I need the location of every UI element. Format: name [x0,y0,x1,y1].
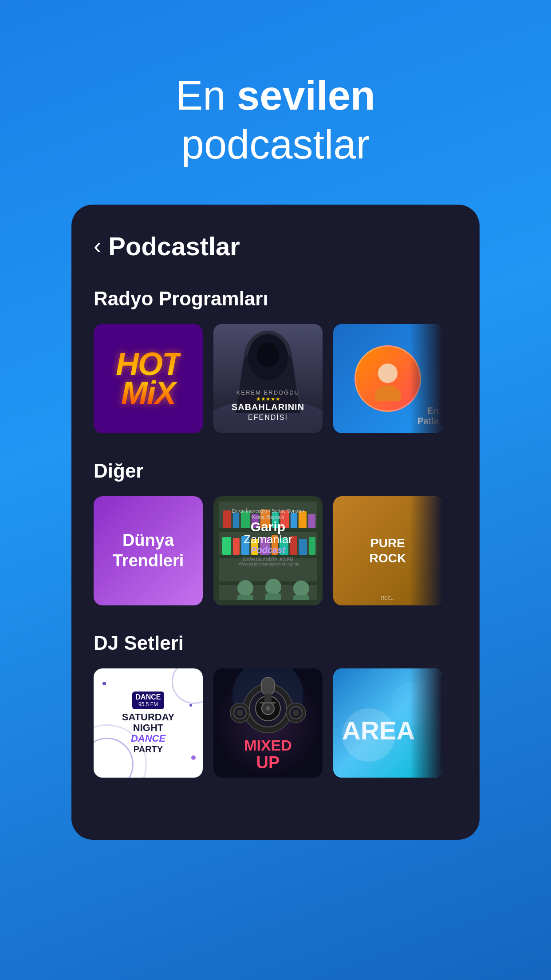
section-dj-setleri: DJ Setleri DANCE 95.5 FM [94,632,457,778]
card-area[interactable]: AREA [333,668,442,778]
card-dunya-trendleri[interactable]: Dünya Trendleri [94,496,203,605]
svg-rect-36 [265,593,281,600]
card-sabahlar[interactable]: KEREM ERDOĞDU ★★★★★ SABAHLARININEFENDİSİ [213,324,323,433]
section-radyo-label: Radyo Programları [94,288,457,310]
svg-rect-52 [261,677,275,695]
dunya-text: Dünya Trendleri [113,530,184,571]
section-radyo: Radyo Programları HOTMiX [94,288,457,433]
header-title: En sevilen podcastlar [27,71,524,169]
dj-cards-grid: DANCE 95.5 FM SATURDAYNIGHT DANCE PARTY [94,668,457,778]
svg-text:AREA: AREA [342,716,415,745]
svg-point-48 [237,710,243,716]
back-navigation[interactable]: ‹ Podcastlar [94,231,457,261]
svg-point-51 [293,710,299,716]
section-dj-label: DJ Setleri [94,632,457,654]
svg-text:MIXED: MIXED [244,737,292,754]
svg-point-4 [257,343,279,368]
section-diger-label: Diğer [94,460,457,482]
svg-point-5 [378,364,398,383]
svg-point-33 [237,580,253,596]
svg-text:UP: UP [256,753,280,772]
svg-rect-38 [293,595,309,600]
hot-mix-text: HOTMiX [116,350,181,407]
card-garip-zamanlar[interactable]: Evren İnancoğlu • Sertaç Sonan • Kemal B… [213,496,323,605]
svg-point-37 [293,581,309,597]
app-card: ‹ Podcastlar Radyo Programları HOTMiX [71,205,480,840]
header-line1-normal: En [176,73,237,118]
card-patlama[interactable]: EnPatla [333,324,442,433]
radyo-cards-grid: HOTMiX [94,324,457,433]
svg-point-6 [374,385,401,401]
svg-point-45 [266,706,270,711]
header-line2: podcastlar [181,122,370,167]
svg-rect-34 [237,595,253,600]
card-dance-party[interactable]: DANCE 95.5 FM SATURDAYNIGHT DANCE PARTY [94,668,203,778]
back-chevron-icon[interactable]: ‹ [94,234,101,257]
svg-point-35 [265,579,281,595]
card-hot-mix[interactable]: HOTMiX [94,324,203,433]
header: En sevilen podcastlar [0,0,551,205]
section-diger: Diğer Dünya Trendleri [94,460,457,605]
card-mixed-up[interactable]: MIXED UP [213,668,323,778]
svg-rect-54 [260,702,276,703]
header-line1-bold: sevilen [237,73,375,118]
diger-cards-grid: Dünya Trendleri [94,496,457,605]
page-title: Podcastlar [108,231,240,261]
card-purerock[interactable]: PUREROCK ROC... [333,496,442,605]
